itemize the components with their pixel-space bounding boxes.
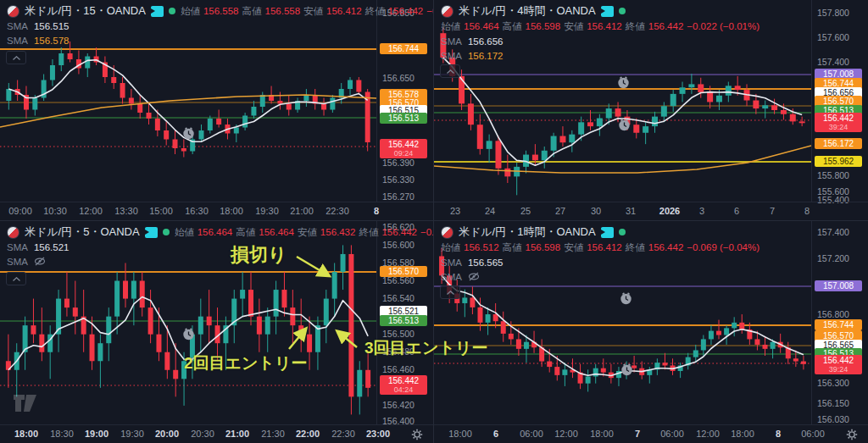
price-badge-green: 156.513 bbox=[380, 113, 427, 124]
price-tick: 156.030 bbox=[817, 414, 849, 424]
high-value: 156.598 bbox=[526, 242, 561, 252]
chevron-up-icon bbox=[447, 69, 454, 74]
chart-title[interactable]: 米ドル/円・5・OANDA bbox=[25, 224, 140, 240]
time-label: 22:00 bbox=[296, 429, 320, 439]
chevron-up-icon bbox=[13, 56, 20, 60]
alarm-clock-icon[interactable] bbox=[181, 126, 196, 141]
sma1-row[interactable]: SMA156.656 bbox=[441, 34, 760, 48]
price-tick: 157.400 bbox=[817, 57, 849, 67]
price-badge-orange: 156.744 bbox=[815, 319, 862, 330]
price-tick: 157.800 bbox=[817, 8, 849, 18]
price-badge-yellow: 155.962 bbox=[815, 156, 862, 167]
change-value: −0.020 (−0.01%) bbox=[420, 227, 434, 237]
high-value: 156.464 bbox=[259, 227, 294, 237]
time-label: 21:00 bbox=[225, 429, 249, 439]
instrument-flag-icon bbox=[7, 226, 19, 239]
price-tick: 157.400 bbox=[817, 227, 849, 237]
price-tick: 156.300 bbox=[817, 378, 849, 388]
legend-5min: 米ドル/円・5・OANDA 始値156.464 高値156.464 安値156.… bbox=[7, 224, 434, 269]
open-label: 始値 bbox=[175, 226, 194, 239]
price-tick: 156.270 bbox=[382, 191, 415, 202]
sma1-row[interactable]: SMA156.565 bbox=[441, 255, 760, 269]
low-value: 156.432 bbox=[320, 227, 356, 237]
alarm-clock-icon[interactable] bbox=[620, 363, 634, 377]
price-badge-green: 156.513 bbox=[380, 315, 427, 326]
close-label: 終値 bbox=[365, 5, 385, 18]
low-label: 安値 bbox=[564, 20, 583, 33]
legend-1hour: 米ドル/円・1時間・OANDA 始値156.512 高値156.598 安値15… bbox=[441, 224, 760, 284]
axis-settings-gear-icon[interactable] bbox=[411, 429, 423, 440]
eye-slash-icon[interactable] bbox=[468, 272, 480, 281]
sma-line-orange[interactable] bbox=[434, 146, 811, 173]
price-tick: 156.460 bbox=[382, 364, 415, 374]
sma2-row-hidden[interactable]: SMA bbox=[441, 269, 760, 284]
time-label: 6 bbox=[734, 206, 739, 216]
eye-slash-icon[interactable] bbox=[34, 257, 46, 266]
open-value: 156.464 bbox=[198, 227, 233, 237]
chart-panel-4hour: 米ドル/円・4時間・OANDA 始値156.464 高値156.598 安値15… bbox=[434, 0, 868, 221]
sma2-row[interactable]: SMA156.578 bbox=[7, 33, 434, 47]
time-axis[interactable]: 23242527303120263678 bbox=[434, 202, 868, 220]
legend-collapse-button[interactable] bbox=[440, 64, 460, 78]
time-label: 16:30 bbox=[185, 206, 209, 216]
time-label: 3 bbox=[699, 206, 704, 216]
legend-4hour: 米ドル/円・4時間・OANDA 始値156.464 高値156.598 安値15… bbox=[441, 3, 760, 63]
time-axis[interactable]: 18:00606:0012:0018:00706:0012:0018:00806… bbox=[434, 424, 868, 443]
price-axis[interactable]: 157.800157.600157.400157.200155.800155.6… bbox=[811, 0, 868, 202]
high-label: 高値 bbox=[242, 5, 262, 18]
chevron-up-icon bbox=[13, 277, 20, 281]
sma1-row[interactable]: SMA156.521 bbox=[7, 240, 434, 254]
high-label: 高値 bbox=[236, 226, 255, 239]
chart-title[interactable]: 米ドル/円・4時間・OANDA bbox=[459, 3, 596, 19]
time-label: 19:30 bbox=[255, 206, 279, 216]
ohlc-row: 始値156.464 高値156.598 安値156.412 終値156.442 … bbox=[441, 19, 760, 34]
price-tick: 155.800 bbox=[817, 170, 849, 180]
sma2-row-hidden[interactable]: SMA bbox=[7, 254, 434, 269]
low-label: 安値 bbox=[564, 241, 583, 254]
time-label: 8 bbox=[374, 206, 379, 216]
time-label: 22:30 bbox=[326, 206, 349, 216]
alarm-clock-icon[interactable] bbox=[619, 291, 633, 306]
legend-15min: 米ドル/円・15・OANDA 始値156.558 高値156.558 安値156… bbox=[7, 3, 434, 47]
change-value: −0.122 (−0.08%) bbox=[426, 6, 434, 16]
time-axis[interactable]: 18:0018:3019:0019:3020:0020:3021:0021:30… bbox=[0, 424, 433, 443]
sma-line-orange[interactable] bbox=[0, 95, 376, 127]
alarm-clock-icon[interactable] bbox=[616, 75, 631, 90]
annotation-second-entry: 2回目エントリー bbox=[184, 352, 307, 374]
time-label: 27 bbox=[555, 206, 565, 216]
close-value: 156.442 bbox=[381, 227, 417, 237]
time-label: 06:00 bbox=[801, 429, 825, 439]
market-open-indicator bbox=[619, 229, 626, 235]
time-label: 22:30 bbox=[331, 429, 355, 439]
time-label: 19:00 bbox=[85, 429, 108, 439]
legend-collapse-button[interactable] bbox=[440, 285, 460, 299]
legend-collapse-button[interactable] bbox=[6, 272, 26, 285]
low-label: 安値 bbox=[298, 226, 317, 239]
axis-settings-gear-icon[interactable] bbox=[846, 429, 858, 440]
time-label: 8 bbox=[776, 429, 781, 439]
time-axis[interactable]: 09:0010:3012:0013:3015:0016:3018:0019:30… bbox=[0, 202, 433, 220]
alarm-clock-icon[interactable] bbox=[181, 327, 196, 341]
chart-grid: 米ドル/円・15・OANDA 始値156.558 高値156.558 安値156… bbox=[0, 0, 868, 443]
annotation-third-entry: 3回目エントリー bbox=[364, 337, 487, 359]
sma1-row[interactable]: SMA156.515 bbox=[7, 19, 434, 33]
alarm-clock-icon[interactable] bbox=[617, 118, 632, 132]
low-value: 156.412 bbox=[587, 21, 622, 31]
sma2-row[interactable]: SMA156.172 bbox=[441, 48, 760, 63]
time-label: 09:00 bbox=[8, 206, 32, 216]
time-label: 18:00 bbox=[448, 429, 472, 439]
time-label: 31 bbox=[626, 206, 636, 216]
market-open-indicator bbox=[163, 229, 170, 235]
chart-title[interactable]: 米ドル/円・1時間・OANDA bbox=[459, 224, 596, 240]
price-axis[interactable]: 157.400157.200156.800156.300156.150156.0… bbox=[811, 221, 868, 424]
time-label: 18:00 bbox=[220, 206, 243, 216]
broker-logo-icon bbox=[601, 227, 614, 238]
low-value: 156.412 bbox=[326, 6, 362, 16]
low-value: 156.412 bbox=[587, 242, 622, 252]
legend-collapse-button[interactable] bbox=[6, 51, 26, 64]
time-label: 23:00 bbox=[366, 429, 390, 439]
chart-title[interactable]: 米ドル/円・15・OANDA bbox=[25, 3, 146, 19]
ohlc-row: 始値156.558 高値156.558 安値156.412 終値156.442 … bbox=[181, 3, 434, 19]
open-value: 156.512 bbox=[464, 242, 499, 252]
chevron-up-icon bbox=[447, 291, 454, 295]
